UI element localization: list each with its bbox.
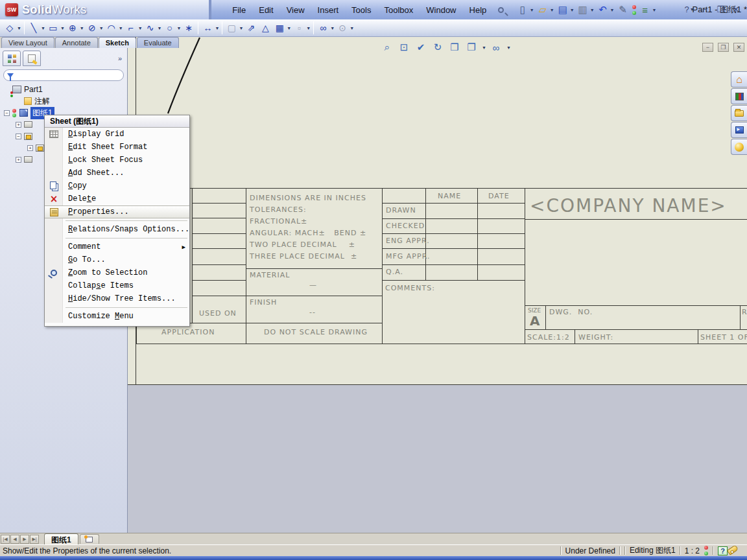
mirror-entities-icon[interactable]: △ [258, 20, 272, 36]
menu-item-insert[interactable]: Insert [311, 3, 346, 18]
next-sheet-button[interactable]: ▶ [20, 535, 29, 544]
menu-item-customize-menu[interactable]: Customize Menu [45, 310, 189, 323]
doc-restore-button[interactable]: ❐ [718, 43, 729, 52]
tab-evaluate[interactable]: Evaluate [137, 37, 179, 48]
open-icon[interactable]: ▱▼ [536, 2, 555, 18]
dropdown-caret-icon[interactable]: ▼ [158, 26, 162, 30]
new-document-icon[interactable]: ▯▼ [516, 2, 535, 18]
help-button[interactable]: ?▼ [683, 3, 695, 15]
dropdown-caret-icon[interactable]: ▼ [306, 26, 311, 30]
menu-item-collapse-items[interactable]: Collapse Items [45, 279, 189, 292]
dropdown-caret-icon[interactable]: ▼ [215, 26, 219, 30]
tangent-arc-icon[interactable]: ⌐▼ [124, 20, 143, 36]
file-explorer-tab[interactable] [731, 105, 747, 121]
tree-expander-icon[interactable]: + [16, 122, 21, 128]
dropdown-caret-icon[interactable]: ▼ [239, 26, 243, 30]
undo-icon[interactable]: ↶▼ [596, 2, 615, 18]
zoom-to-area-icon[interactable]: ⊡ [397, 40, 411, 54]
tree-root-part1[interactable]: Part1 [0, 84, 127, 95]
dropdown-caret-icon[interactable]: ▼ [506, 45, 511, 50]
spline-icon[interactable]: ∿▼ [143, 20, 163, 36]
menu-item-go-to[interactable]: Go To... [45, 253, 189, 266]
menu-item-relations-snaps-options[interactable]: Relations/Snaps Options... [45, 223, 189, 236]
menu-item-lock-sheet-focus[interactable]: Lock Sheet Focus [45, 154, 189, 167]
menu-item-toolbox[interactable]: Toolbox [377, 3, 420, 18]
redraw-icon[interactable]: ↻ [431, 40, 445, 54]
previous-view-icon[interactable]: ✔ [414, 40, 428, 54]
dropdown-caret-icon[interactable]: ▼ [570, 8, 575, 12]
dropdown-caret-icon[interactable]: ▼ [138, 26, 143, 30]
view-palette-tab[interactable] [731, 122, 747, 138]
options-icon[interactable]: ≡▼ [638, 2, 658, 18]
menu-item-window[interactable]: Window [420, 3, 462, 18]
menu-item-file[interactable]: File [226, 3, 252, 18]
menu-item-delete[interactable]: ×Delete [45, 192, 189, 205]
dropdown-caret-icon[interactable]: ▼ [610, 8, 615, 12]
menu-item-properties[interactable]: Properties... [45, 205, 189, 218]
dropdown-caret-icon[interactable]: ▼ [350, 26, 354, 30]
smart-dimension-icon[interactable]: ↔▼ [200, 20, 220, 36]
sheet-tab-图纸1[interactable]: 图纸1 [44, 533, 78, 544]
perimeter-circle-icon[interactable]: ⊘▼ [85, 20, 104, 36]
tab-view-layout[interactable]: View Layout [1, 37, 54, 48]
tree-expander-icon[interactable]: + [16, 157, 21, 163]
menu-item-edit-sheet-format[interactable]: Edit Sheet Format [45, 141, 189, 154]
dropdown-caret-icon[interactable]: ▼ [652, 8, 657, 12]
rebuild-traffic-light-icon[interactable] [631, 2, 637, 18]
dropdown-caret-icon[interactable]: ▼ [530, 8, 534, 12]
dropdown-caret-icon[interactable]: ▼ [550, 8, 554, 12]
dropdown-caret-icon[interactable]: ▼ [60, 26, 65, 30]
tree-filter-input[interactable] [3, 69, 124, 81]
first-sheet-button[interactable]: |◀ [1, 535, 10, 544]
centerpoint-arc-icon[interactable]: ◠▼ [104, 20, 124, 36]
menu-item-view[interactable]: View [280, 3, 311, 18]
close-button[interactable]: ✕ [730, 3, 742, 15]
doc-close-button[interactable]: ✕ [733, 43, 744, 52]
minimize-button[interactable]: − [699, 3, 711, 15]
3d-drawing-view-icon[interactable]: ❒ [447, 40, 462, 54]
print-icon[interactable]: ▥▼ [576, 2, 595, 18]
linear-sketch-pattern-icon[interactable]: ▦▼ [272, 20, 292, 36]
menu-item-add-sheet[interactable]: Add Sheet... [45, 167, 189, 180]
design-library-tab[interactable] [731, 88, 747, 104]
dropdown-caret-icon[interactable]: ▼ [590, 8, 595, 12]
last-sheet-button[interactable]: ▶| [30, 535, 39, 544]
solidworks-resources-tab[interactable]: ⌂ [731, 71, 747, 88]
dropdown-caret-icon[interactable]: ▼ [41, 26, 45, 30]
display-style-icon[interactable]: ❐ [464, 40, 479, 54]
dropdown-caret-icon[interactable]: ▼ [482, 45, 486, 50]
doc-minimize-button[interactable]: − [702, 43, 713, 52]
circle-icon[interactable]: ⊕▼ [65, 20, 85, 36]
menu-item-display-grid[interactable]: Display Grid [45, 128, 189, 141]
tab-annotate[interactable]: Annotate [55, 37, 98, 48]
restore-button[interactable]: ❐ [715, 3, 726, 15]
save-icon[interactable]: ▤▼ [556, 2, 575, 18]
tree-expander-icon[interactable]: − [4, 110, 10, 116]
point-icon[interactable]: ∗ [182, 20, 196, 36]
hide-show-items-icon[interactable]: ∞ [489, 40, 503, 54]
sketch-icon[interactable]: ◇▼ [3, 20, 22, 36]
feature-tree-tab[interactable] [3, 51, 21, 66]
menu-item-edit[interactable]: Edit [252, 3, 279, 18]
ellipse-icon[interactable]: ○▼ [163, 20, 182, 36]
graphics-area[interactable]: DIMENSIONS ARE IN INCHESTOLERANCES:FRACT… [127, 37, 747, 533]
dropdown-caret-icon[interactable]: ▼ [287, 26, 291, 30]
dropdown-caret-icon[interactable]: ▼ [17, 26, 21, 30]
menu-item-tools[interactable]: Tools [345, 3, 377, 18]
menu-item-help[interactable]: Help [463, 3, 493, 18]
tree-expander-icon[interactable]: + [27, 145, 33, 151]
dropdown-caret-icon[interactable]: ▼ [177, 26, 182, 30]
appearances-tab[interactable] [731, 139, 747, 155]
tree-item-注解[interactable]: 注解 [0, 95, 127, 107]
search-icon[interactable] [494, 4, 508, 16]
dropdown-caret-icon[interactable]: ▼ [80, 26, 84, 30]
select-icon[interactable]: ✎ [616, 2, 630, 18]
line-icon[interactable]: ╲▼ [27, 20, 46, 36]
display-delete-relations-icon[interactable]: ∞▼ [316, 20, 335, 36]
menu-item-zoom-to-selection[interactable]: Zoom to Selection [45, 266, 189, 279]
add-sheet-tab[interactable] [80, 534, 99, 544]
dropdown-caret-icon[interactable]: ▼ [99, 26, 104, 30]
previous-sheet-button[interactable]: ◀ [10, 535, 19, 544]
expand-panel-chevrons[interactable]: » [118, 54, 124, 62]
menu-item-comment[interactable]: Comment▶ [45, 240, 189, 253]
